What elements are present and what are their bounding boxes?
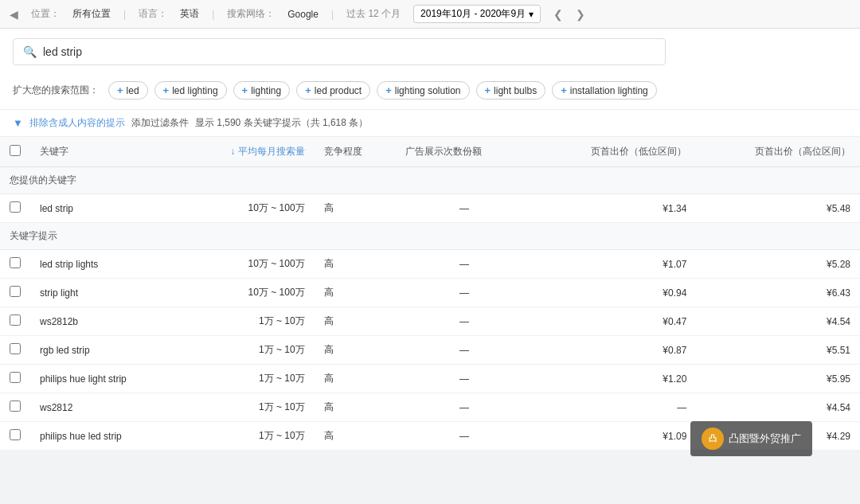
keyword-cell: philips hue led strip — [30, 422, 182, 451]
impressions-cell: — — [396, 393, 532, 422]
language-label: 语言： — [139, 7, 167, 21]
row-checkbox[interactable] — [10, 257, 21, 268]
date-period-label: 过去 12 个月 — [346, 7, 401, 21]
expand-chip-light-bulbs[interactable]: +light bulbs — [476, 81, 546, 100]
search-network-label: 搜索网络： — [227, 7, 275, 21]
table-header-row: 关键字 ↓平均每月搜索量 竞争程度 广告展示次数份额 页首出价（低位区间） — [0, 137, 860, 167]
table-row: led strip lights 10万 ~ 100万 高 — ¥1.07 ¥5… — [0, 250, 860, 279]
language-value: 英语 — [180, 7, 199, 21]
row-checkbox-cell[interactable] — [0, 194, 30, 223]
chip-label: light bulbs — [494, 85, 537, 96]
chip-label: led product — [315, 85, 362, 96]
row-checkbox[interactable] — [10, 286, 21, 297]
prev-period-button[interactable]: ❮ — [553, 8, 563, 21]
row-checkbox[interactable] — [10, 315, 21, 326]
competition-cell: 高 — [315, 194, 397, 223]
volume-cell: 1万 ~ 10万 — [182, 393, 315, 422]
expand-label: 扩大您的搜索范围： — [13, 84, 99, 97]
search-icon: 🔍 — [23, 45, 37, 58]
expand-chip-installation-lighting[interactable]: +installation lighting — [552, 81, 657, 100]
impressions-column-header[interactable]: 广告展示次数份额 — [396, 137, 532, 167]
expand-chip-led-lighting[interactable]: +led lighting — [154, 81, 227, 100]
high-bid-cell: ¥5.95 — [696, 365, 860, 393]
expand-chip-led-product[interactable]: +led product — [296, 81, 370, 100]
date-range-text: 2019年10月 - 2020年9月 — [420, 7, 526, 21]
volume-cell: 1万 ~ 10万 — [182, 422, 315, 451]
volume-cell: 10万 ~ 100万 — [182, 279, 315, 307]
back-arrow[interactable]: ◀ — [10, 8, 18, 21]
expand-chip-led[interactable]: +led — [108, 81, 148, 100]
select-all-checkbox[interactable] — [10, 145, 21, 156]
row-checkbox[interactable] — [10, 343, 21, 354]
impressions-cell: — — [396, 279, 532, 307]
filter-count: 显示 1,590 条关键字提示（共 1,618 条） — [195, 116, 368, 130]
low-bid-cell: ¥1.09 — [533, 422, 697, 451]
table-row: strip light 10万 ~ 100万 高 — ¥0.94 ¥6.43 — [0, 279, 860, 307]
low-bid-column-header[interactable]: 页首出价（低位区间） — [533, 137, 697, 167]
low-bid-cell: ¥1.07 — [533, 250, 697, 279]
sort-arrow-icon: ↓ — [231, 146, 236, 157]
table-row: philips hue light strip 1万 ~ 10万 高 — ¥1.… — [0, 365, 860, 393]
volume-cell: 1万 ~ 10万 — [182, 307, 315, 336]
row-checkbox-cell[interactable] — [0, 279, 30, 307]
volume-column-header[interactable]: ↓平均每月搜索量 — [182, 137, 315, 167]
chip-label: lighting — [251, 85, 281, 96]
next-period-button[interactable]: ❯ — [576, 8, 585, 21]
low-bid-cell: ¥1.34 — [533, 194, 697, 223]
keyword-cell: led strip — [30, 194, 182, 223]
competition-cell: 高 — [315, 393, 397, 422]
keyword-cell: strip light — [30, 279, 182, 307]
chip-label: led lighting — [172, 85, 217, 96]
select-all-header[interactable] — [0, 137, 30, 167]
date-range-button[interactable]: 2019年10月 - 2020年9月 ▾ — [413, 5, 541, 23]
row-checkbox-cell[interactable] — [0, 250, 30, 279]
high-bid-cell: ¥5.48 — [696, 194, 860, 223]
row-checkbox[interactable] — [10, 400, 21, 412]
exclude-adult-link[interactable]: 排除含成人内容的提示 — [29, 116, 125, 130]
table-container: 关键字 ↓平均每月搜索量 竞争程度 广告展示次数份额 页首出价（低位区间） — [0, 137, 860, 451]
keyword-cell: rgb led strip — [30, 336, 182, 365]
row-checkbox[interactable] — [10, 429, 21, 440]
keyword-cell: led strip lights — [30, 250, 182, 279]
competition-column-header[interactable]: 竞争程度 — [315, 137, 397, 167]
section-suggestions-label: 关键字提示 — [0, 223, 860, 250]
watermark: 凸 凸图暨外贸推广 — [690, 421, 812, 451]
expand-section: 扩大您的搜索范围： +led+led lighting+lighting+led… — [0, 75, 860, 110]
plus-icon: + — [385, 84, 392, 96]
keyword-cell: ws2812 — [30, 393, 182, 422]
high-bid-cell: ¥5.28 — [696, 250, 860, 279]
row-checkbox-cell[interactable] — [0, 365, 30, 393]
watermark-logo: 凸 — [702, 428, 724, 450]
impressions-cell: — — [396, 194, 532, 223]
main-content: 🔍 扩大您的搜索范围： +led+led lighting+lighting+l… — [0, 29, 860, 451]
volume-cell: 10万 ~ 100万 — [182, 194, 315, 223]
expand-chip-lighting[interactable]: +lighting — [233, 81, 291, 100]
keyword-column-header[interactable]: 关键字 — [30, 137, 182, 167]
table-row: led strip 10万 ~ 100万 高 — ¥1.34 ¥5.48 — [0, 194, 860, 223]
plus-icon: + — [117, 84, 123, 96]
keyword-cell: ws2812b — [30, 307, 182, 336]
top-bar: ◀ 位置： 所有位置 | 语言： 英语 | 搜索网络： Google | 过去 … — [0, 0, 860, 29]
table-row: rgb led strip 1万 ~ 10万 高 — ¥0.87 ¥5.51 — [0, 336, 860, 365]
watermark-text: 凸图暨外贸推广 — [729, 432, 801, 446]
row-checkbox[interactable] — [10, 372, 21, 383]
chip-label: installation lighting — [570, 85, 648, 96]
plus-icon: + — [561, 84, 567, 96]
volume-cell: 1万 ~ 10万 — [182, 336, 315, 365]
plus-icon: + — [305, 84, 311, 96]
high-bid-column-header[interactable]: 页首出价（高位区间） — [696, 137, 860, 167]
row-checkbox-cell[interactable] — [0, 393, 30, 422]
keyword-search-input[interactable] — [43, 45, 655, 58]
row-checkbox-cell[interactable] — [0, 422, 30, 451]
row-checkbox-cell[interactable] — [0, 336, 30, 365]
expand-chip-lighting-solution[interactable]: +lighting solution — [377, 81, 469, 100]
table-row: ws2812b 1万 ~ 10万 高 — ¥0.47 ¥4.54 — [0, 307, 860, 336]
chip-label: lighting solution — [395, 85, 461, 96]
row-checkbox-cell[interactable] — [0, 307, 30, 336]
row-checkbox[interactable] — [10, 201, 21, 213]
section-provided-header: 您提供的关键字 — [0, 167, 860, 194]
add-filter-button[interactable]: 添加过滤条件 — [131, 116, 189, 130]
high-bid-cell: ¥4.54 — [696, 393, 860, 422]
keyword-cell: philips hue light strip — [30, 365, 182, 393]
low-bid-cell: ¥0.47 — [533, 307, 697, 336]
